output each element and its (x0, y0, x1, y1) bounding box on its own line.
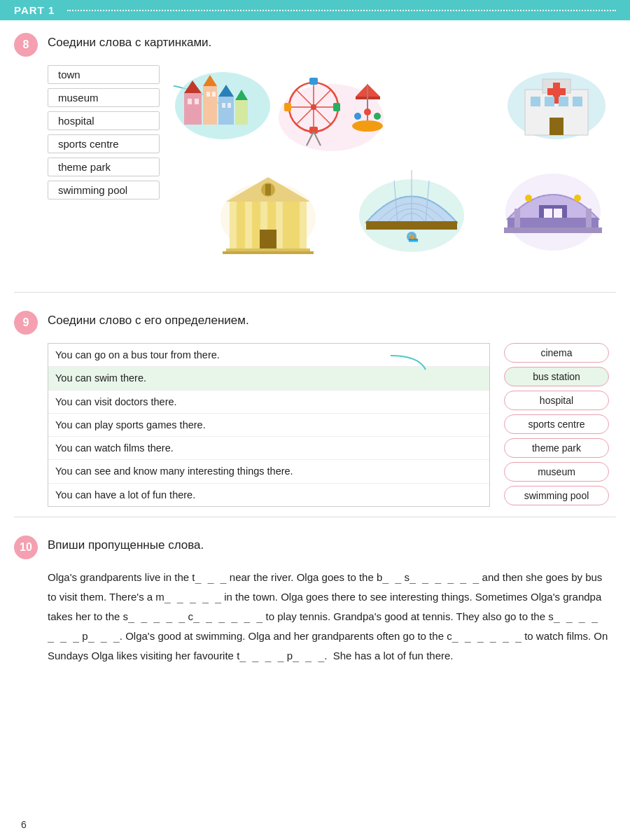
exercise-9-answers: cinema bus station hospital sports centr… (504, 343, 609, 507)
exercise-9-sentences: You can go on a bus tour from there. You… (48, 343, 490, 507)
svg-rect-70 (514, 209, 520, 230)
blank-8: _ _ _ (88, 630, 120, 643)
svg-rect-69 (507, 218, 598, 228)
svg-rect-13 (222, 103, 225, 108)
svg-rect-14 (227, 103, 231, 108)
svg-rect-7 (235, 100, 248, 125)
blank-9: _ _ _ _ _ _ (452, 630, 522, 643)
sentence-2: You can swim there. (48, 367, 489, 390)
part-header: PART 1 (0, 0, 630, 20)
answer-swimming-pool[interactable]: swimming pool (504, 486, 609, 505)
svg-rect-32 (309, 78, 318, 85)
exercise-9-header: 9 Соедини слово с его определением. (14, 311, 609, 335)
svg-rect-59 (291, 202, 300, 251)
svg-rect-64 (265, 184, 271, 195)
img-museum (216, 163, 321, 257)
svg-text:🏊: 🏊 (408, 232, 419, 242)
word-theme-park[interactable]: theme park (48, 158, 160, 176)
blank-5: _ _ _ _ _ (128, 610, 185, 623)
header-dots (67, 10, 616, 11)
svg-rect-71 (586, 209, 592, 230)
svg-rect-5 (218, 97, 234, 125)
svg-rect-35 (284, 103, 291, 111)
exercise-10: 10 Впиши пропущенные слова. Olga's grand… (0, 523, 630, 673)
sentence-3: You can visit doctors there. (48, 391, 489, 414)
svg-rect-62 (223, 251, 314, 254)
img-sports-centre: 🏊 (356, 163, 468, 257)
svg-rect-21 (545, 97, 554, 106)
exercise-10-badge: 10 (14, 536, 38, 559)
sentence-1: You can go on a bus tour from there. (48, 344, 489, 367)
svg-rect-60 (260, 230, 276, 251)
svg-rect-56 (252, 202, 260, 251)
sentence-4: You can play sports games there. (48, 414, 489, 437)
svg-rect-19 (547, 88, 566, 95)
exercise-10-body: Olga's grandparents live in the t_ _ _ n… (48, 568, 609, 666)
part-label: PART 1 (14, 4, 55, 16)
answer-museum[interactable]: museum (504, 462, 609, 482)
blank-3: _ _ _ _ _ _ (410, 571, 479, 584)
word-hospital[interactable]: hospital (48, 111, 160, 130)
exercise-10-instruction: Впиши пропущенные слова. (48, 536, 204, 552)
exercise-10-text: Olga's grandparents live in the t_ _ _ n… (48, 568, 609, 666)
exercise-8-header: 8 Соедини слова с картинками. (14, 33, 609, 57)
sentence-7: You can have a lot of fun there. (48, 484, 489, 506)
svg-rect-58 (283, 202, 291, 251)
exercise-8-body: town museum hospital sports centre theme… (48, 65, 609, 282)
svg-rect-49 (366, 221, 457, 230)
answer-bus-station[interactable]: bus station (504, 367, 609, 386)
img-sports-centre-2 (500, 156, 606, 257)
svg-rect-22 (559, 97, 568, 106)
svg-rect-23 (573, 97, 582, 106)
svg-rect-1 (184, 93, 202, 125)
exercise-9-badge: 9 (14, 311, 38, 335)
answer-cinema[interactable]: cinema (504, 343, 609, 363)
svg-point-44 (374, 113, 381, 120)
divider-8-9 (14, 292, 616, 293)
word-swimming-pool[interactable]: swimming pool (48, 181, 160, 200)
answer-theme-park[interactable]: theme park (504, 438, 609, 458)
sentence-5: You can watch films there. (48, 437, 489, 460)
blank-10: _ _ _ _ (239, 650, 284, 662)
blank-1: _ _ _ (195, 571, 226, 584)
svg-rect-12 (212, 92, 216, 97)
divider-9-10 (14, 517, 616, 517)
svg-point-41 (352, 120, 383, 132)
blank-4: _ _ _ _ _ (164, 591, 221, 603)
blank-6: _ _ _ _ _ _ (193, 610, 262, 623)
exercise-9-body: You can go on a bus tour from there. You… (48, 343, 609, 507)
word-sports-centre[interactable]: sports centre (48, 134, 160, 153)
svg-point-43 (364, 108, 371, 115)
svg-point-72 (525, 195, 532, 202)
exercise-9-instruction: Соедини слово с его определением. (48, 311, 249, 328)
exercise-8-images: 🏊 (174, 65, 609, 282)
answer-hospital[interactable]: hospital (504, 391, 609, 410)
answer-sports-centre[interactable]: sports centre (504, 414, 609, 434)
exercise-8-badge: 8 (14, 33, 38, 57)
svg-rect-10 (195, 99, 199, 104)
svg-rect-24 (550, 118, 564, 135)
word-museum[interactable]: museum (48, 88, 160, 107)
blank-2: _ _ (382, 571, 401, 584)
exercise-8-instruction: Соедини слова с картинками. (48, 33, 211, 50)
img-hospital (504, 65, 609, 145)
blank-11: _ _ _ (293, 650, 324, 662)
svg-point-42 (354, 113, 361, 120)
sentence-6: You can see and know many interesting th… (48, 460, 489, 483)
svg-rect-20 (531, 97, 540, 106)
word-town[interactable]: town (48, 65, 160, 84)
img-theme-park (275, 69, 387, 155)
svg-rect-11 (206, 92, 210, 97)
svg-rect-74 (504, 227, 602, 233)
svg-rect-34 (333, 103, 340, 111)
svg-rect-55 (237, 202, 245, 251)
img-town (174, 65, 272, 145)
svg-point-73 (574, 195, 581, 202)
exercise-10-header: 10 Впиши пропущенные слова. (14, 536, 609, 559)
svg-rect-9 (188, 99, 192, 104)
exercise-8-words: town museum hospital sports centre theme… (48, 65, 160, 282)
page-number: 6 (21, 819, 27, 830)
exercise-9: 9 Соедини слово с его определением. You … (0, 298, 630, 514)
exercise-8: 8 Соедини слова с картинками. town museu… (0, 20, 630, 289)
